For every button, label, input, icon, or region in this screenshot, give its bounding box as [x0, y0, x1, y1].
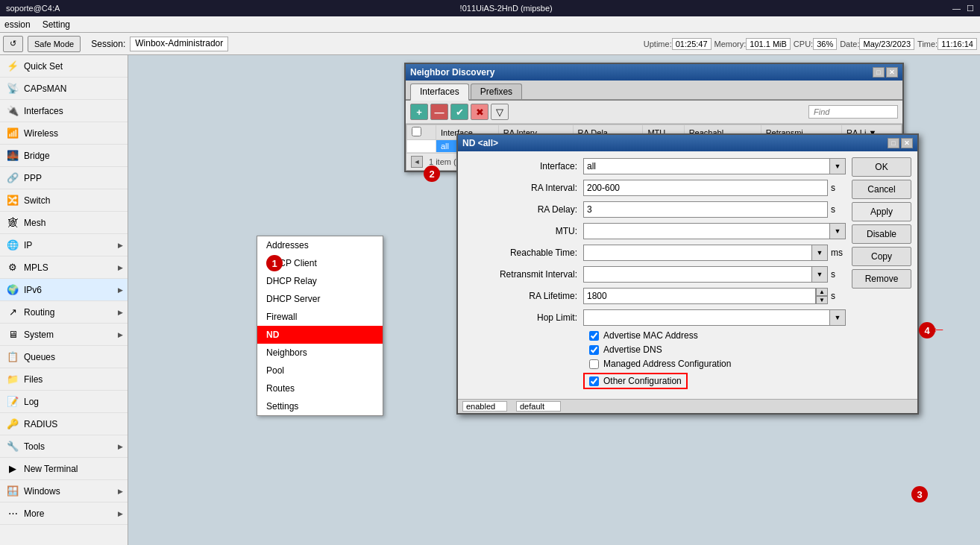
nd-tab-interfaces[interactable]: Interfaces: [410, 84, 469, 101]
nd-apply-btn[interactable]: Apply: [852, 202, 911, 221]
menu-session[interactable]: ession: [4, 19, 31, 30]
nd-dialog-minimize[interactable]: □: [888, 138, 899, 148]
submenu-item-nd[interactable]: ND: [257, 326, 383, 344]
ra-delay-input[interactable]: [583, 201, 828, 218]
sidebar-item-log[interactable]: 📝 Log: [0, 391, 128, 413]
session-label: Session:: [91, 39, 125, 49]
sidebar-item-more[interactable]: ⋯ More: [0, 503, 128, 525]
mtu-dropdown-btn[interactable]: ▼: [829, 223, 846, 239]
sidebar-item-tools[interactable]: 🔧 Tools: [0, 435, 128, 458]
form-row-managed-addr: Managed Address Configuration: [464, 359, 846, 369]
submenu-item-dhcp-server[interactable]: DHCP Server: [257, 290, 383, 308]
sidebar-item-quick-set-label: Quick Set: [24, 61, 63, 72]
title-bar-max[interactable]: ☐: [967, 4, 974, 13]
sidebar-item-wireless[interactable]: 📶 Wireless: [0, 122, 128, 145]
ra-lifetime-up-btn[interactable]: ▲: [816, 288, 828, 296]
nd-status-enabled-val: enabled: [462, 401, 507, 412]
submenu-item-neighbors[interactable]: Neighbors: [257, 344, 383, 362]
sidebar-item-ip[interactable]: 🌐 IP: [0, 234, 128, 256]
other-config-checkbox[interactable]: [589, 377, 599, 386]
sidebar-item-files[interactable]: 📁 Files: [0, 368, 128, 391]
hop-limit-dropdown-btn[interactable]: ▼: [829, 309, 846, 326]
sidebar-item-radius[interactable]: 🔑 RADIUS: [0, 413, 128, 435]
sidebar-item-quick-set[interactable]: ⚡ Quick Set: [0, 55, 128, 78]
managed-addr-checkbox[interactable]: [589, 359, 599, 369]
sidebar-item-ppp-label: PPP: [24, 173, 42, 183]
main-area: ⚡ Quick Set 📡 CAPsMAN 🔌 Interfaces 📶 Wir…: [0, 55, 980, 545]
nd-disable-btn[interactable]: ✖: [471, 104, 489, 120]
sidebar-item-mpls[interactable]: ⚙ MPLS: [0, 256, 128, 279]
nd-window-minimize[interactable]: □: [873, 67, 885, 78]
sidebar-item-new-terminal[interactable]: ▶ New Terminal: [0, 458, 128, 480]
nd-ok-btn[interactable]: OK: [852, 157, 911, 177]
retransmit-unit: s: [831, 269, 846, 280]
ra-interval-input[interactable]: [583, 180, 828, 196]
sidebar-item-windows[interactable]: 🪟 Windows: [0, 480, 128, 503]
ipv6-icon: 🌍: [6, 283, 19, 297]
submenu-item-firewall[interactable]: Firewall: [257, 308, 383, 326]
submenu-item-settings[interactable]: Settings: [257, 397, 383, 415]
advertise-mac-checkbox[interactable]: [589, 331, 599, 341]
sidebar-item-ppp[interactable]: 🔗 PPP: [0, 167, 128, 189]
nd-cancel-btn[interactable]: Cancel: [852, 180, 911, 199]
ra-lifetime-input[interactable]: [583, 288, 816, 304]
retransmit-dropdown-btn[interactable]: ▼: [811, 266, 828, 283]
sidebar-item-capsman[interactable]: 📡 CAPsMAN: [0, 78, 128, 100]
advertise-dns-checkbox[interactable]: [589, 345, 599, 355]
reachable-input[interactable]: [583, 245, 811, 261]
uptime-label: Uptime:: [644, 40, 672, 48]
ra-lifetime-down-btn[interactable]: ▼: [816, 296, 828, 304]
toolbar-refresh-btn[interactable]: ↺: [3, 36, 23, 52]
nd-dialog: ND <all> □ ✕ Interface: ▼: [456, 133, 919, 415]
nd-scroll-left-btn[interactable]: ◄: [411, 156, 423, 168]
more-icon: ⋯: [6, 507, 19, 520]
nd-add-btn[interactable]: +: [410, 104, 428, 120]
title-bar-center-text: !011UiAS-2HnD (mipsbe): [460, 4, 553, 13]
sidebar-item-bridge[interactable]: 🌉 Bridge: [0, 145, 128, 167]
mtu-input[interactable]: [583, 223, 829, 239]
submenu-item-addresses[interactable]: Addresses: [257, 236, 383, 254]
sidebar-item-switch[interactable]: 🔀 Switch: [0, 189, 128, 212]
sidebar-item-ipv6[interactable]: 🌍 IPv6: [0, 279, 128, 301]
nd-remove-btn[interactable]: Remove: [852, 269, 911, 289]
nd-tab-prefixes[interactable]: Prefixes: [471, 84, 522, 99]
sidebar-item-interfaces[interactable]: 🔌 Interfaces: [0, 100, 128, 122]
sidebar-item-routing[interactable]: ↗ Routing: [0, 301, 128, 324]
mtu-label: MTU:: [464, 226, 583, 236]
nd-find-input[interactable]: [808, 105, 898, 119]
sidebar-item-queues[interactable]: 📋 Queues: [0, 346, 128, 368]
interface-dropdown-btn[interactable]: ▼: [829, 158, 846, 174]
sidebar-item-mesh[interactable]: 🕸 Mesh: [0, 212, 128, 234]
ra-delay-label: RA Delay:: [464, 204, 583, 215]
toolbar: ↺ Safe Mode Session: Winbox-Administrado…: [0, 33, 980, 55]
sidebar-item-mpls-label: MPLS: [24, 262, 48, 273]
title-bar-left-text: soporte@C4:A: [6, 4, 60, 13]
nd-dialog-close[interactable]: ✕: [901, 138, 913, 148]
hop-limit-input[interactable]: [583, 309, 829, 326]
sidebar-item-tools-label: Tools: [24, 441, 45, 452]
menu-setting[interactable]: Setting: [43, 19, 70, 30]
date-value: May/23/2023: [859, 38, 914, 50]
nd-disable-btn[interactable]: Disable: [852, 224, 911, 244]
retransmit-input-group: ▼: [583, 266, 828, 283]
sidebar-item-system[interactable]: 🖥 System: [0, 324, 128, 346]
nd-select-all[interactable]: [412, 127, 421, 136]
interface-input[interactable]: [583, 158, 829, 174]
submenu-item-dhcp-relay[interactable]: DHCP Relay: [257, 272, 383, 290]
sidebar-item-wireless-label: Wireless: [24, 128, 58, 139]
nd-filter-btn[interactable]: ▽: [491, 104, 509, 120]
nd-enable-btn[interactable]: ✔: [450, 104, 468, 120]
submenu-item-pool[interactable]: Pool: [257, 362, 383, 379]
retransmit-input[interactable]: [583, 266, 811, 283]
nd-window-close[interactable]: ✕: [886, 67, 898, 78]
safe-mode-btn[interactable]: Safe Mode: [28, 36, 81, 52]
nd-dialog-title-text: ND <all>: [462, 138, 498, 148]
submenu-item-routes[interactable]: Routes: [257, 379, 383, 397]
title-bar-min[interactable]: —: [952, 4, 961, 13]
sidebar-item-mesh-label: Mesh: [24, 218, 45, 228]
uptime-value: 01:25:47: [672, 38, 712, 50]
sidebar-item-ipv6-label: IPv6: [24, 285, 42, 295]
reachable-dropdown-btn[interactable]: ▼: [811, 245, 828, 261]
nd-copy-btn[interactable]: Copy: [852, 247, 911, 266]
nd-remove-btn[interactable]: —: [430, 104, 448, 120]
